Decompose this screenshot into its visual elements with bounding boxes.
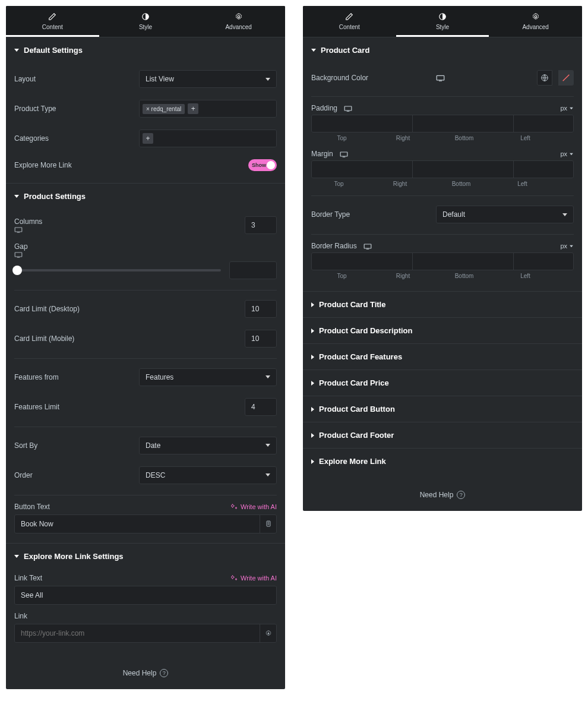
button-text-input[interactable]: [15, 515, 260, 533]
responsive-icon[interactable]: [344, 105, 352, 112]
order-select[interactable]: DESC: [139, 466, 277, 484]
responsive-icon[interactable]: [340, 151, 348, 157]
link-input[interactable]: [15, 624, 260, 642]
padding-right-input[interactable]: [413, 115, 514, 132]
responsive-icon[interactable]: [363, 243, 372, 250]
features-limit-input[interactable]: [245, 398, 277, 416]
svg-rect-8: [437, 75, 444, 80]
caret-right-icon: [311, 329, 314, 333]
responsive-icon[interactable]: [436, 74, 445, 81]
sort-by-select[interactable]: Date: [139, 437, 277, 454]
sort-by-value: Date: [146, 441, 160, 450]
radius-top-input[interactable]: [312, 253, 413, 270]
product-type-tag[interactable]: × redq_rental: [143, 104, 185, 114]
section-product-card-title[interactable]: Product Card Title: [303, 291, 582, 317]
features-from-select[interactable]: Features: [139, 368, 277, 386]
tab-content-label: Content: [339, 24, 360, 30]
layout-label: Layout: [14, 75, 133, 83]
link-options-button[interactable]: [260, 624, 276, 642]
add-product-type-button[interactable]: +: [188, 103, 198, 114]
collapsed-sections: Product Card Title Product Card Descript…: [303, 291, 582, 474]
slider-knob[interactable]: [12, 266, 22, 275]
link-input-wrap: [14, 624, 277, 643]
margin-right-input[interactable]: [413, 161, 514, 178]
link-text-input-wrap: [14, 586, 277, 605]
section-product-card-footer[interactable]: Product Card Footer: [303, 422, 582, 448]
content-panel: Content Style Advanced Default Settings: [6, 6, 285, 689]
card-limit-mobile-input[interactable]: [245, 330, 277, 348]
section-product-card-description[interactable]: Product Card Description: [303, 317, 582, 343]
section-product-card-button[interactable]: Product Card Button: [303, 396, 582, 422]
responsive-icon[interactable]: [14, 251, 33, 258]
toggle-text: Show: [252, 162, 266, 168]
side-label-left: Left: [495, 178, 550, 187]
need-help-link[interactable]: Need Help ?: [6, 652, 285, 689]
add-category-button[interactable]: +: [143, 133, 153, 144]
tab-style-label: Style: [139, 24, 152, 30]
svg-rect-3: [15, 252, 22, 257]
contrast-icon: [438, 12, 447, 21]
chevron-down-icon: [265, 473, 270, 476]
gap-input[interactable]: [229, 261, 277, 279]
section-title: Explore More Link Settings: [24, 552, 124, 561]
svg-rect-2: [15, 228, 22, 232]
caret-down-icon: [311, 49, 316, 52]
explore-more-toggle[interactable]: Show: [248, 159, 277, 171]
tab-style[interactable]: Style: [396, 6, 489, 37]
tab-advanced[interactable]: Advanced: [489, 6, 582, 37]
side-label-right: Right: [372, 178, 428, 187]
border-type-select[interactable]: Default: [436, 206, 574, 223]
link-text-input[interactable]: [15, 586, 276, 604]
side-label-bottom: Bottom: [434, 270, 495, 279]
product-type-input[interactable]: × redq_rental +: [139, 100, 277, 118]
caret-down-icon: [14, 195, 19, 198]
caret-right-icon: [311, 302, 314, 307]
gear-icon: [531, 12, 540, 21]
radius-right-input[interactable]: [413, 253, 514, 270]
need-help-link[interactable]: Need Help ?: [303, 474, 582, 511]
order-value: DESC: [146, 471, 165, 479]
sort-by-label: Sort By: [14, 441, 133, 450]
margin-unit-select[interactable]: px: [560, 150, 574, 157]
section-product-card-price[interactable]: Product Card Price: [303, 370, 582, 396]
categories-input[interactable]: +: [139, 130, 277, 147]
explore-more-label: Explore More Link: [14, 161, 133, 169]
global-color-button[interactable]: [537, 70, 552, 86]
padding-label: Padding: [311, 104, 352, 112]
color-picker-button[interactable]: [558, 70, 574, 86]
side-label-bottom: Bottom: [434, 178, 489, 187]
radius-bottom-input[interactable]: [514, 253, 574, 270]
product-type-label: Product Type: [14, 105, 133, 113]
layout-select[interactable]: List View: [139, 70, 277, 88]
tabs: Content Style Advanced: [6, 6, 285, 37]
padding-top-input[interactable]: [312, 115, 413, 132]
write-with-ai-button[interactable]: Write with AI: [231, 574, 277, 582]
section-explore-more-link[interactable]: Explore More Link: [303, 448, 582, 474]
order-label: Order: [14, 471, 133, 479]
button-text-input-wrap: [14, 514, 277, 533]
section-product-card[interactable]: Product Card: [303, 37, 582, 63]
columns-input[interactable]: [245, 216, 277, 234]
margin-bottom-input[interactable]: [514, 161, 574, 178]
padding-unit-select[interactable]: px: [560, 105, 574, 112]
write-with-ai-button[interactable]: Write with AI: [231, 503, 277, 510]
padding-bottom-input[interactable]: [514, 115, 574, 132]
card-limit-desktop-input[interactable]: [245, 300, 277, 318]
section-product-settings[interactable]: Product Settings: [6, 183, 285, 209]
radius-unit-select[interactable]: px: [560, 242, 574, 250]
responsive-icon[interactable]: [14, 226, 133, 233]
gap-slider[interactable]: [14, 269, 221, 271]
section-default-settings[interactable]: Default Settings: [6, 37, 285, 63]
side-label-top: Top: [311, 132, 372, 141]
margin-top-input[interactable]: [312, 161, 413, 178]
tab-advanced[interactable]: Advanced: [192, 6, 285, 37]
caret-right-icon: [311, 459, 314, 464]
section-explore-more-settings[interactable]: Explore More Link Settings: [6, 543, 285, 569]
chevron-down-icon: [265, 444, 270, 447]
tab-content[interactable]: Content: [303, 6, 396, 37]
dynamic-tags-button[interactable]: [260, 515, 276, 533]
section-product-card-features[interactable]: Product Card Features: [303, 343, 582, 370]
tab-style[interactable]: Style: [99, 6, 192, 37]
side-label-right: Right: [372, 132, 434, 141]
tab-content[interactable]: Content: [6, 6, 99, 37]
